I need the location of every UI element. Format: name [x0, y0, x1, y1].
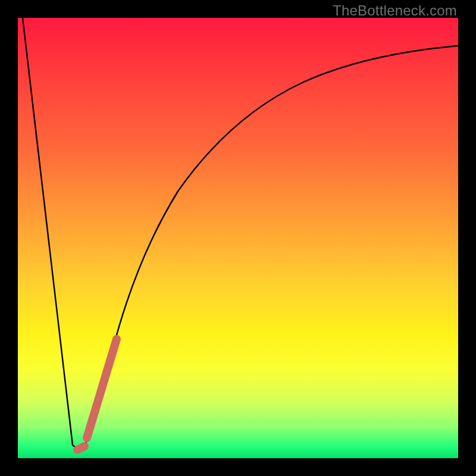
- plot-area: [18, 18, 458, 458]
- chart-frame: TheBottleneck.com: [0, 0, 476, 476]
- bottleneck-curve: [23, 18, 458, 451]
- highlight-segment: [77, 339, 117, 450]
- curve-layer: [18, 18, 458, 458]
- watermark-text: TheBottleneck.com: [333, 2, 457, 19]
